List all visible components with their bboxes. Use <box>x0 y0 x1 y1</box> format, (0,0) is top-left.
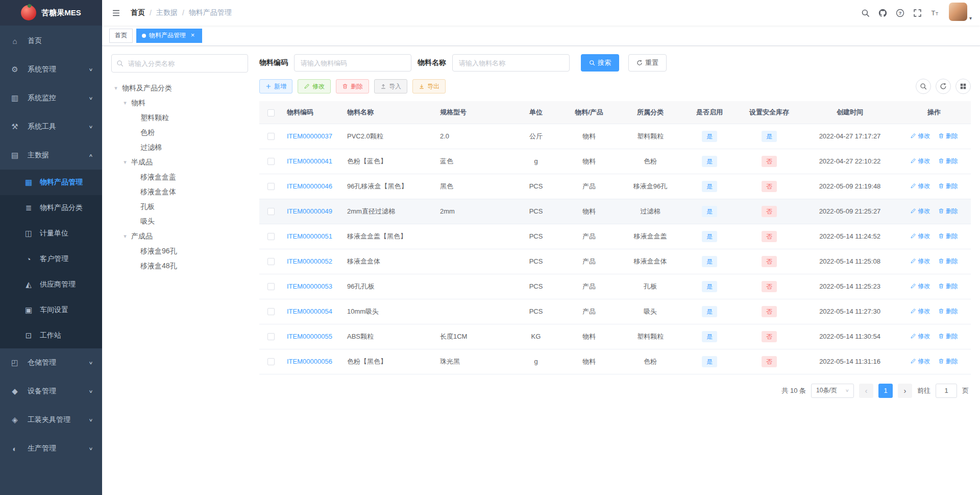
tree-node-material[interactable]: ▾ 物料 <box>111 96 248 110</box>
edit-button[interactable]: 修改 <box>298 79 331 93</box>
help-icon[interactable] <box>892 0 909 26</box>
row-delete-button[interactable]: 删除 <box>938 332 958 341</box>
search-button[interactable]: 搜索 <box>581 54 619 72</box>
material-code-link[interactable]: ITEM00000053 <box>287 282 332 290</box>
show-search-button[interactable] <box>916 79 931 94</box>
caret-down-icon[interactable]: ▾ <box>121 100 129 106</box>
sidebar-item-system-management[interactable]: ⚙ 系统管理 ∨ <box>0 55 102 84</box>
sidebar-item-warehouse-management[interactable]: ◰ 仓储管理 ∨ <box>0 348 102 377</box>
row-delete-button[interactable]: 删除 <box>938 182 958 191</box>
page-size-select[interactable]: 10条/页 ∨ <box>811 384 854 398</box>
delete-button[interactable]: 删除 <box>336 79 369 93</box>
row-delete-button[interactable]: 删除 <box>938 157 958 166</box>
row-delete-button[interactable]: 删除 <box>938 282 958 291</box>
material-code-link[interactable]: ITEM00000054 <box>287 308 332 315</box>
sidebar-item-material-management[interactable]: ▦ 物料产品管理 <box>0 170 102 195</box>
material-code-link[interactable]: ITEM00000056 <box>287 358 332 365</box>
reset-button[interactable]: 重置 <box>628 54 667 72</box>
hamburger-icon[interactable] <box>102 0 130 26</box>
tree-node-leaf[interactable]: 吸头 <box>111 214 248 229</box>
search-icon[interactable] <box>857 0 874 26</box>
row-checkbox[interactable] <box>267 183 275 190</box>
app-logo[interactable]: 苦糖果MES <box>0 0 102 26</box>
row-edit-button[interactable]: 修改 <box>910 157 930 166</box>
breadcrumb-item-master-data[interactable]: 主数据 <box>156 8 178 17</box>
row-edit-button[interactable]: 修改 <box>910 207 930 216</box>
sidebar-item-material-category[interactable]: ≣ 物料产品分类 <box>0 195 102 221</box>
material-code-link[interactable]: ITEM00000049 <box>287 207 332 215</box>
sidebar-item-equipment-management[interactable]: ◆ 设备管理 ∨ <box>0 377 102 406</box>
sidebar-item-workshop-settings[interactable]: ▣ 车间设置 <box>0 297 102 323</box>
row-delete-button[interactable]: 删除 <box>938 232 958 241</box>
row-checkbox[interactable] <box>267 158 275 165</box>
row-delete-button[interactable]: 删除 <box>938 307 958 316</box>
sidebar-item-system-tools[interactable]: ⚒ 系统工具 ∨ <box>0 112 102 141</box>
row-checkbox[interactable] <box>267 333 275 340</box>
current-page-button[interactable]: 1 <box>878 384 893 398</box>
column-settings-button[interactable] <box>955 79 971 94</box>
avatar[interactable] <box>949 3 967 21</box>
material-code-input[interactable] <box>294 54 411 72</box>
goto-page-input[interactable] <box>936 384 957 398</box>
sidebar-item-master-data[interactable]: ▤ 主数据 ∧ <box>0 141 102 170</box>
row-checkbox[interactable] <box>267 358 275 365</box>
row-checkbox[interactable] <box>267 233 275 240</box>
row-checkbox[interactable] <box>267 208 275 215</box>
row-edit-button[interactable]: 修改 <box>910 257 930 266</box>
row-delete-button[interactable]: 删除 <box>938 257 958 266</box>
row-edit-button[interactable]: 修改 <box>910 232 930 241</box>
prev-page-button[interactable]: ‹ <box>859 384 873 398</box>
row-edit-button[interactable]: 修改 <box>910 132 930 140</box>
export-button[interactable]: 导出 <box>412 79 446 93</box>
sidebar-item-system-monitor[interactable]: ▥ 系统监控 ∨ <box>0 84 102 112</box>
fullscreen-icon[interactable] <box>909 0 926 26</box>
row-checkbox[interactable] <box>267 258 275 265</box>
tree-node-leaf[interactable]: 移液盒96孔 <box>111 244 248 258</box>
tree-node-leaf[interactable]: 移液盒盒体 <box>111 184 248 199</box>
material-code-link[interactable]: ITEM00000052 <box>287 257 332 265</box>
row-checkbox[interactable] <box>267 308 275 315</box>
sidebar-item-supplier-management[interactable]: ◭ 供应商管理 <box>0 272 102 297</box>
font-size-icon[interactable] <box>926 0 944 26</box>
tree-node-leaf[interactable]: 移液盒48孔 <box>111 258 248 273</box>
material-code-link[interactable]: ITEM00000041 <box>287 157 332 165</box>
sidebar-item-customer-management[interactable]: ◔ 客户管理 <box>0 246 102 272</box>
close-icon[interactable]: × <box>189 32 197 39</box>
tab-home[interactable]: 首页 <box>109 29 133 43</box>
row-edit-button[interactable]: 修改 <box>910 182 930 191</box>
sidebar-item-measure-unit[interactable]: ◫ 计量单位 <box>0 221 102 246</box>
row-delete-button[interactable]: 删除 <box>938 357 958 366</box>
category-search-input[interactable] <box>111 54 248 73</box>
material-code-link[interactable]: ITEM00000055 <box>287 333 332 340</box>
material-name-input[interactable] <box>452 54 570 72</box>
row-checkbox[interactable] <box>267 283 275 290</box>
add-button[interactable]: 新增 <box>259 79 292 93</box>
tree-node-leaf[interactable]: 移液盒盒盖 <box>111 170 248 184</box>
user-menu[interactable]: ▾ <box>949 3 972 23</box>
sidebar-item-home[interactable]: ⌂ 首页 <box>0 27 102 55</box>
row-edit-button[interactable]: 修改 <box>910 332 930 341</box>
github-icon[interactable] <box>874 0 892 26</box>
material-code-link[interactable]: ITEM00000037 <box>287 132 332 140</box>
breadcrumb-item-home[interactable]: 首页 <box>131 8 145 17</box>
sidebar-item-workstation[interactable]: ⊡ 工作站 <box>0 323 102 348</box>
tree-node-leaf[interactable]: 过滤棉 <box>111 140 248 155</box>
tab-material-management[interactable]: 物料产品管理 × <box>136 29 202 43</box>
material-code-link[interactable]: ITEM00000051 <box>287 232 332 240</box>
select-all-checkbox[interactable] <box>267 109 275 116</box>
tree-node-leaf[interactable]: 色粉 <box>111 125 248 140</box>
row-edit-button[interactable]: 修改 <box>910 357 930 366</box>
next-page-button[interactable]: › <box>898 384 912 398</box>
row-delete-button[interactable]: 删除 <box>938 207 958 216</box>
caret-down-icon[interactable]: ▾ <box>112 85 119 91</box>
tree-node-semifinished[interactable]: ▾ 半成品 <box>111 155 248 170</box>
tree-node-leaf[interactable]: 塑料颗粒 <box>111 110 248 125</box>
sidebar-item-production-management[interactable]: ◐ 生产管理 ∨ <box>0 434 102 463</box>
row-edit-button[interactable]: 修改 <box>910 307 930 316</box>
tree-node-leaf[interactable]: 孔板 <box>111 199 248 214</box>
caret-down-icon[interactable]: ▾ <box>121 159 129 166</box>
refresh-table-button[interactable] <box>936 79 951 94</box>
tree-node-finished[interactable]: ▾ 产成品 <box>111 229 248 244</box>
tree-node-root[interactable]: ▾ 物料及产品分类 <box>111 81 248 96</box>
row-checkbox[interactable] <box>267 133 275 140</box>
